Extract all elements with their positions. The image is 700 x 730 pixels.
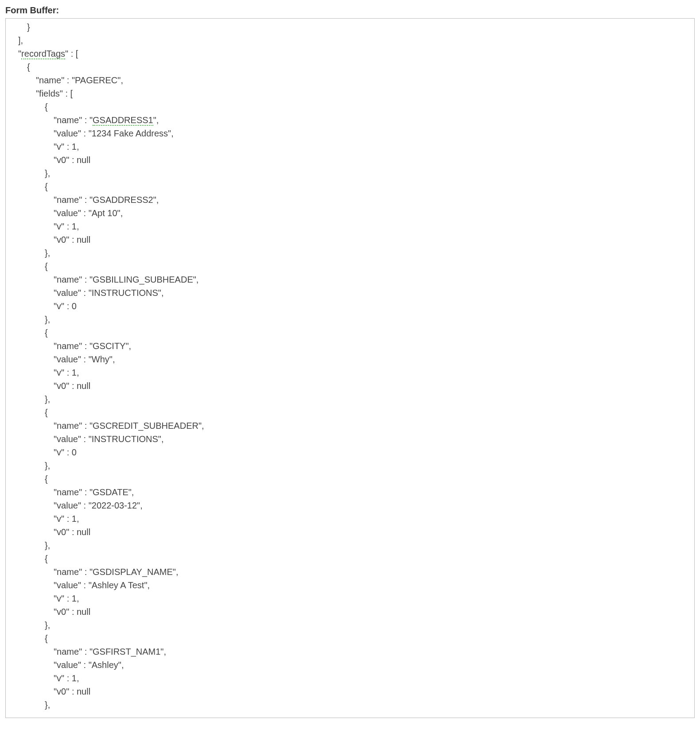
code-line: "v0" : null [9,605,691,618]
code-line: "v0" : null [9,379,691,392]
code-line: }, [9,313,691,326]
code-line: "fields" : [ [9,87,691,100]
code-line: { [9,326,691,339]
code-line: "recordTags" : [ [9,47,691,60]
code-line: "name" : "GSADDRESS2", [9,193,691,206]
code-line: ], [9,34,691,47]
code-line: "v" : 0 [9,446,691,459]
code-line: { [9,552,691,565]
code-line: "v0" : null [9,233,691,246]
code-line: "v" : 1, [9,220,691,233]
code-line: "v0" : null [9,153,691,167]
code-line: }, [9,539,691,552]
spellcheck-underline: recordTags [21,49,65,59]
code-line: "name" : "GSFIRST_NAM1", [9,645,691,658]
code-line: "name" : "GSDISPLAY_NAME", [9,565,691,579]
code-line: { [9,406,691,419]
code-line: }, [9,246,691,260]
code-line: "v" : 1, [9,366,691,379]
code-line: { [9,180,691,193]
code-line: "v" : 1, [9,512,691,525]
code-line: }, [9,698,691,711]
code-line: "value" : "Ashley A Test", [9,579,691,592]
code-line: }, [9,392,691,406]
code-line: { [9,100,691,113]
code-line: "v0" : null [9,685,691,698]
code-line: { [9,632,691,645]
code-line: "v" : 1, [9,140,691,153]
spellcheck-underline: GSADDRESS1 [93,115,153,126]
code-line: "value" : "INSTRUCTIONS", [9,432,691,446]
code-line: "v" : 1, [9,672,691,685]
code-line: "v" : 0 [9,299,691,313]
code-line: { [9,260,691,273]
code-line: "value" : "2022-03-12", [9,499,691,512]
code-line: }, [9,618,691,632]
code-line: "v0" : null [9,525,691,539]
code-line: "value" : "INSTRUCTIONS", [9,286,691,299]
code-line: "value" : "1234 Fake Address", [9,127,691,140]
code-line: "name" : "GSADDRESS1", [9,113,691,127]
code-line: { [9,60,691,74]
code-line: "name" : "GSCREDIT_SUBHEADER", [9,419,691,432]
code-line: }, [9,167,691,180]
code-line: "name" : "GSCITY", [9,339,691,353]
code-line: }, [9,459,691,472]
code-line: "value" : "Ashley", [9,658,691,672]
code-line: "name" : "GSBILLING_SUBHEADE", [9,273,691,286]
code-line: "value" : "Why", [9,353,691,366]
code-line: { [9,472,691,485]
code-line: } [9,20,691,34]
code-line: "name" : "GSDATE", [9,485,691,499]
code-line: "name" : "PAGEREC", [9,74,691,87]
buffer-content-box: }],"recordTags" : [{"name" : "PAGEREC","… [5,18,695,718]
form-buffer-header: Form Buffer: [5,5,695,16]
code-line: "v" : 1, [9,592,691,605]
code-line: "value" : "Apt 10", [9,206,691,220]
